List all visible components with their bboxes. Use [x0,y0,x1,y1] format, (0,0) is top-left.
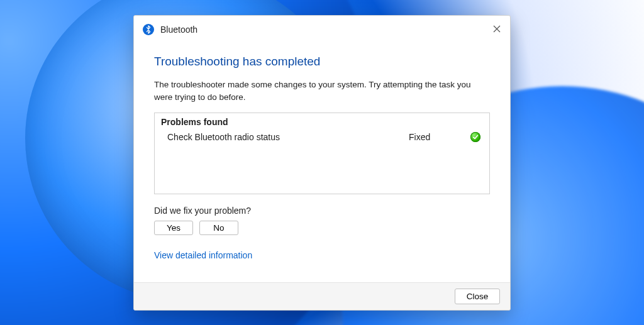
window-title: Bluetooth [160,25,197,35]
page-heading: Troubleshooting has completed [154,55,490,69]
no-button[interactable]: No [199,221,238,235]
dialog-footer: Close [134,282,510,310]
problem-status: Fixed [409,132,465,142]
bluetooth-icon [143,24,154,35]
check-circle-icon [470,132,480,142]
close-icon[interactable] [490,22,504,36]
problem-status-mark [465,132,480,142]
page-description: The troubleshooter made some changes to … [154,79,490,104]
feedback-buttons: Yes No [154,221,490,235]
troubleshooter-dialog: Bluetooth Troubleshooting has completed … [133,15,511,311]
view-details-link[interactable]: View detailed information [154,250,252,260]
yes-button[interactable]: Yes [154,221,193,235]
feedback-question: Did we fix your problem? [154,206,490,216]
problems-panel: Problems found Check Bluetooth radio sta… [154,113,490,194]
problem-label: Check Bluetooth radio status [167,132,409,142]
title-bar: Bluetooth [134,16,510,43]
close-button[interactable]: Close [455,289,500,304]
problems-header: Problems found [155,113,489,129]
problem-row: Check Bluetooth radio status Fixed [155,129,489,145]
dialog-content: Troubleshooting has completed The troubl… [134,43,510,282]
